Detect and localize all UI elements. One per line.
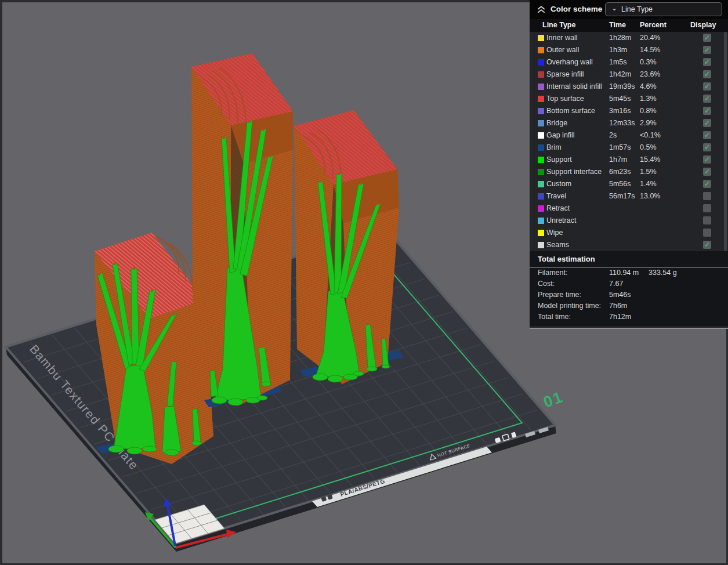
line-type-percent: 15.4%	[640, 154, 660, 166]
line-type-row[interactable]: Top surface5m45s1.3%✓	[530, 93, 728, 105]
line-type-label: Support	[546, 154, 572, 166]
estimation-label: Cost:	[538, 278, 555, 289]
line-type-row[interactable]: Support interface6m23s1.5%✓	[530, 166, 728, 178]
display-checkbox[interactable]: ✓	[703, 241, 711, 249]
line-type-row[interactable]: Internal solid infill19m39s4.6%✓	[530, 81, 728, 93]
line-type-label: Bridge	[546, 117, 567, 129]
estimation-value: 110.94 m	[609, 267, 639, 278]
line-type-color-swatch	[538, 193, 544, 200]
line-type-color-swatch	[538, 169, 544, 175]
line-type-percent: 23.6%	[640, 68, 660, 81]
line-type-row[interactable]: Unretract	[530, 215, 728, 227]
line-type-label: Internal solid infill	[546, 81, 602, 93]
line-type-time: 1h3m	[609, 44, 627, 56]
line-type-color-swatch	[538, 230, 544, 236]
slicer-preview-window: Bambu Textured PC Plate PLA/ABS/PETG HOT…	[0, 0, 728, 565]
display-checkbox[interactable]	[703, 216, 711, 224]
estimation-row: Filament:110.94 m333.54 g	[530, 267, 728, 278]
line-type-color-swatch	[538, 242, 544, 248]
line-type-percent: 0.3%	[640, 56, 657, 68]
line-type-percent: 1.5%	[640, 166, 657, 178]
estimation-value-2: 333.54 g	[649, 267, 677, 278]
window-frame-left	[0, 0, 2, 565]
display-checkbox[interactable]: ✓	[703, 180, 711, 188]
panel-header: Color scheme ⌄ Line Type	[530, 0, 728, 19]
column-header-time: Time	[609, 21, 626, 29]
line-type-percent: <0.1%	[640, 129, 661, 142]
line-type-row[interactable]: Wipe	[530, 227, 728, 239]
line-type-percent: 1.4%	[640, 178, 657, 190]
estimation-value: 7h6m	[609, 300, 627, 312]
display-checkbox[interactable]: ✓	[703, 155, 711, 164]
line-type-row[interactable]: Bottom surface3m16s0.8%✓	[530, 105, 728, 117]
estimation-row: Model printing time:7h6m	[530, 300, 728, 312]
display-checkbox[interactable]: ✓	[703, 119, 711, 127]
line-type-color-swatch	[538, 47, 544, 53]
collapse-panel-icon[interactable]	[537, 5, 546, 14]
line-type-time: 1h28m	[609, 32, 631, 44]
line-type-row[interactable]: Travel56m17s13.0%	[530, 190, 728, 202]
line-type-label: Outer wall	[546, 44, 579, 56]
tower-right[interactable]	[294, 110, 404, 384]
line-type-time: 1h7m	[609, 154, 627, 166]
display-checkbox[interactable]: ✓	[703, 34, 711, 42]
line-type-row[interactable]: Outer wall1h3m14.5%✓	[530, 44, 728, 56]
line-type-color-swatch	[538, 205, 544, 212]
line-type-row[interactable]: Retract	[530, 202, 728, 215]
line-type-table: Inner wall1h28m20.4%✓Outer wall1h3m14.5%…	[530, 32, 728, 251]
display-checkbox[interactable]: ✓	[703, 143, 711, 151]
line-type-row[interactable]: Brim1m57s0.5%✓	[530, 142, 728, 154]
line-type-percent: 0.8%	[640, 105, 657, 117]
line-type-time: 5m56s	[609, 178, 631, 190]
display-checkbox[interactable]	[703, 192, 711, 200]
estimation-label: Filament:	[538, 267, 567, 278]
display-checkbox[interactable]: ✓	[703, 70, 711, 78]
display-checkbox[interactable]: ✓	[703, 95, 711, 103]
line-type-row[interactable]: Support1h7m15.4%✓	[530, 154, 728, 166]
display-checkbox[interactable]: ✓	[703, 82, 711, 90]
line-type-percent: 4.6%	[640, 81, 657, 93]
line-type-row[interactable]: Seams✓	[530, 239, 728, 251]
line-type-color-swatch	[538, 35, 544, 41]
display-checkbox[interactable]: ✓	[703, 58, 711, 66]
line-type-color-swatch	[538, 218, 544, 224]
line-type-row[interactable]: Bridge12m33s2.9%✓	[530, 117, 728, 129]
total-estimation-section: Total estimation Filament:110.94 m333.54…	[530, 251, 728, 326]
line-type-row[interactable]: Custom5m56s1.4%✓	[530, 178, 728, 190]
line-type-row[interactable]: Inner wall1h28m20.4%✓	[530, 32, 728, 44]
estimation-label: Total time:	[538, 312, 571, 323]
line-type-time: 1m5s	[609, 56, 627, 68]
line-type-label: Support interface	[546, 166, 602, 178]
line-type-color-swatch	[538, 120, 544, 126]
line-type-label: Gap infill	[546, 129, 575, 142]
display-checkbox[interactable]: ✓	[703, 107, 711, 115]
tower-middle[interactable]	[191, 53, 293, 407]
display-checkbox[interactable]: ✓	[703, 168, 711, 176]
line-type-label: Bottom surface	[546, 105, 595, 117]
display-checkbox[interactable]: ✓	[703, 46, 711, 54]
line-type-label: Retract	[546, 202, 570, 215]
table-header-row: Line Type Time Percent Display	[530, 19, 728, 32]
plate-number: 01	[541, 388, 566, 411]
line-type-row[interactable]: Overhang wall1m5s0.3%✓	[530, 56, 728, 68]
line-type-time: 1m57s	[609, 142, 631, 154]
display-checkbox[interactable]	[703, 204, 711, 212]
line-type-row[interactable]: Sparse infill1h42m23.6%✓	[530, 68, 728, 81]
line-type-percent: 2.9%	[640, 117, 657, 129]
line-type-label: Top surface	[546, 93, 584, 105]
line-type-color-swatch	[538, 157, 544, 163]
color-scheme-dropdown[interactable]: ⌄ Line Type	[605, 2, 722, 16]
line-type-color-swatch	[538, 144, 544, 151]
line-type-time: 6m23s	[609, 166, 631, 178]
color-scheme-panel: Color scheme ⌄ Line Type Line Type Time …	[530, 0, 728, 329]
line-type-row[interactable]: Gap infill2s<0.1%✓	[530, 129, 728, 142]
estimation-row: Cost:7.67	[530, 278, 728, 289]
display-checkbox[interactable]: ✓	[703, 131, 711, 139]
total-estimation-title: Total estimation	[530, 251, 728, 267]
line-type-label: Inner wall	[546, 32, 578, 44]
estimation-label: Prepare time:	[538, 289, 581, 300]
display-checkbox[interactable]	[703, 229, 711, 237]
line-type-label: Overhang wall	[546, 56, 593, 68]
estimation-label: Model printing time:	[538, 300, 601, 312]
line-type-time: 5m45s	[609, 93, 631, 105]
